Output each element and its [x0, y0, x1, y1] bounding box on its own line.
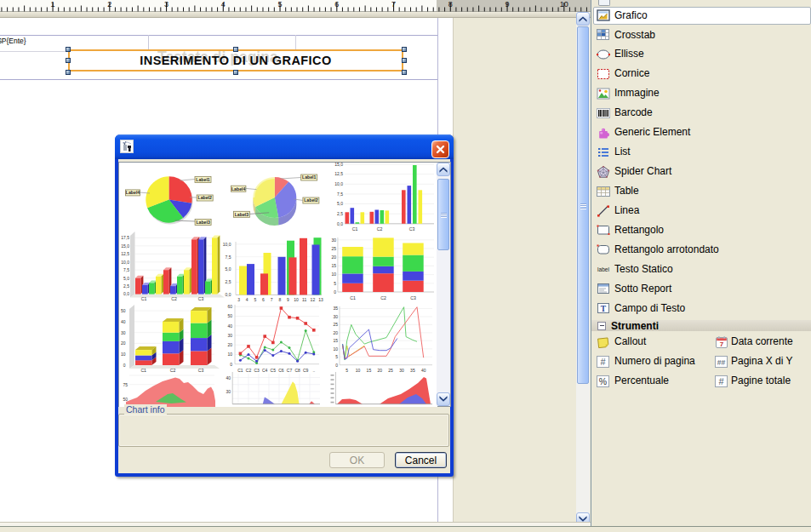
svg-text:35: 35	[333, 306, 338, 311]
svg-text:17,5: 17,5	[121, 235, 129, 240]
svg-text:5: 5	[346, 367, 348, 372]
svg-text:5: 5	[254, 296, 256, 301]
svg-text:C1: C1	[237, 367, 243, 372]
svg-text:7,5: 7,5	[337, 191, 343, 196]
svg-text:20: 20	[331, 255, 336, 260]
svg-text:Label2: Label2	[304, 197, 318, 203]
svg-text:0: 0	[230, 361, 232, 366]
svg-text:C3: C3	[410, 295, 416, 300]
svg-text:10: 10	[331, 272, 336, 277]
svg-text:25: 25	[333, 322, 338, 327]
svg-text:Label1: Label1	[196, 176, 210, 181]
svg-text:7: 7	[270, 296, 272, 301]
svg-text:Label3: Label3	[196, 219, 210, 224]
svg-text:60: 60	[227, 304, 232, 309]
svg-text:Label4: Label4	[125, 190, 140, 195]
svg-text:30: 30	[333, 313, 338, 318]
svg-text:Label2: Label2	[197, 195, 212, 200]
svg-text:Label3: Label3	[234, 211, 248, 216]
svg-text:##: ##	[717, 358, 726, 366]
svg-text:C3: C3	[408, 226, 414, 231]
svg-text:0: 0	[334, 289, 336, 294]
svg-text:15: 15	[366, 367, 371, 372]
svg-text:35: 35	[410, 367, 415, 372]
svg-text:9: 9	[287, 296, 289, 301]
svg-text:label: label	[597, 266, 609, 272]
svg-text:15: 15	[333, 338, 338, 343]
svg-text:12: 12	[310, 296, 315, 301]
svg-text:0: 0	[335, 362, 338, 367]
svg-text:C1: C1	[350, 295, 356, 300]
svg-text:4: 4	[245, 296, 248, 301]
svg-text:30: 30	[120, 329, 125, 335]
svg-text:5,0: 5,0	[225, 266, 231, 272]
svg-text:3: 3	[237, 296, 240, 301]
svg-text:C1: C1	[140, 367, 146, 372]
svg-text:5,0: 5,0	[123, 275, 129, 280]
svg-text:8: 8	[448, 0, 453, 9]
svg-text:10: 10	[333, 346, 338, 351]
svg-text:0: 0	[123, 362, 125, 367]
svg-text:C8: C8	[294, 367, 300, 372]
svg-text:C2: C2	[245, 367, 251, 372]
svg-text:5: 5	[277, 0, 282, 9]
svg-text:C5: C5	[270, 367, 276, 372]
svg-text:C2: C2	[380, 295, 386, 300]
svg-text:5: 5	[334, 280, 336, 285]
svg-text:10: 10	[294, 296, 299, 301]
svg-text:C7: C7	[286, 367, 292, 372]
svg-text:2: 2	[107, 0, 111, 9]
svg-text:15,0: 15,0	[334, 163, 343, 167]
svg-text:10,0: 10,0	[334, 181, 343, 186]
svg-text:Label4: Label4	[231, 186, 245, 191]
svg-text:10: 10	[355, 367, 360, 372]
svg-text:13: 13	[318, 296, 323, 301]
svg-text:2,5: 2,5	[123, 283, 129, 288]
svg-text:C2: C2	[376, 226, 382, 231]
svg-text:30: 30	[331, 237, 336, 242]
svg-text:C3: C3	[197, 296, 203, 301]
svg-text:6: 6	[262, 296, 265, 301]
svg-text:0,0: 0,0	[337, 220, 343, 226]
svg-text:7: 7	[720, 340, 724, 348]
svg-text:1: 1	[50, 0, 54, 9]
svg-text:50: 50	[227, 313, 232, 318]
svg-text:12,5: 12,5	[334, 171, 343, 176]
svg-text:2,5: 2,5	[225, 279, 231, 284]
svg-text:8: 8	[278, 296, 281, 301]
svg-text:40: 40	[120, 318, 125, 323]
svg-text:10,0: 10,0	[222, 241, 231, 246]
svg-text:C2: C2	[171, 296, 177, 301]
svg-text:T: T	[601, 305, 607, 313]
svg-text:7,5: 7,5	[225, 254, 231, 259]
svg-text:C1: C1	[351, 226, 357, 231]
svg-text:50: 50	[120, 307, 125, 312]
svg-text:#: #	[718, 376, 724, 386]
svg-text:50: 50	[123, 396, 128, 401]
svg-text:9: 9	[505, 0, 509, 9]
svg-text:30: 30	[227, 332, 232, 337]
svg-text:5: 5	[335, 354, 338, 359]
svg-text:15,0: 15,0	[121, 243, 129, 248]
svg-text:7,5: 7,5	[123, 267, 129, 272]
svg-text:30: 30	[226, 389, 231, 394]
svg-text:..: ..	[312, 367, 315, 372]
svg-text:C3: C3	[254, 367, 260, 372]
svg-text:3: 3	[164, 0, 168, 9]
svg-text:20: 20	[333, 329, 338, 335]
svg-text:C1: C1	[140, 296, 146, 301]
svg-text:40: 40	[420, 367, 425, 372]
svg-text:11: 11	[302, 296, 306, 301]
svg-text:10: 10	[227, 352, 232, 357]
svg-text:10: 10	[120, 352, 125, 357]
svg-text:#: #	[600, 357, 606, 367]
svg-text:4: 4	[221, 0, 226, 9]
svg-text:C2: C2	[169, 367, 175, 372]
svg-text:12,5: 12,5	[121, 251, 129, 256]
svg-text:20: 20	[377, 367, 382, 372]
svg-text:40: 40	[226, 375, 231, 380]
svg-text:%: %	[599, 376, 607, 386]
svg-text:0,0: 0,0	[123, 291, 129, 296]
svg-text:15: 15	[331, 263, 336, 268]
svg-text:Label1: Label1	[301, 174, 316, 180]
